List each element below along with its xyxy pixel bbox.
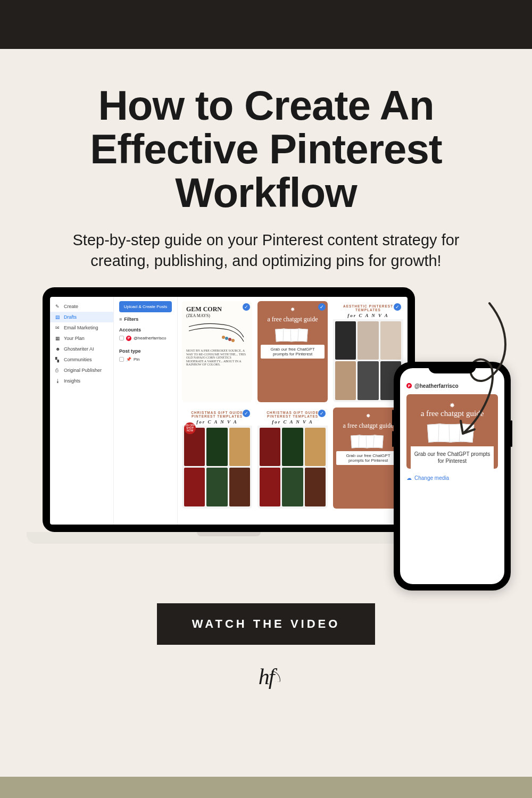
- account-handle: @heatherfarrisco: [414, 383, 459, 389]
- draft-card[interactable]: ✓ GEM CORN (ZEA MAYS) MOST BY A PRE-CHER…: [182, 301, 252, 402]
- app-sidebar: ✎ Create ▤ Drafts ✉ Email Marketing ▦: [50, 297, 114, 525]
- sidebar-label: Insights: [64, 378, 80, 384]
- drafts-grid: ✓ GEM CORN (ZEA MAYS) MOST BY A PRE-CHER…: [178, 297, 408, 525]
- phone-card-title: a free chatgpt guide: [411, 409, 494, 418]
- card-sub: Grab our free ChatGPT prompts for Pinter…: [261, 345, 325, 359]
- sidebar-item-communities[interactable]: ▚ Communities: [50, 354, 113, 365]
- calendar-icon: ▦: [55, 336, 61, 341]
- papers-graphic: [278, 329, 307, 342]
- papers-graphic: [353, 435, 383, 448]
- pinterest-icon: P: [406, 383, 412, 388]
- sidebar-item-email[interactable]: ✉ Email Marketing: [50, 322, 113, 333]
- draft-card[interactable]: ✓ CHRISTMAS GIFT GUIDE PINTEREST TEMPLAT…: [257, 408, 328, 509]
- posttype-value: Pin: [134, 357, 140, 362]
- pinterest-icon: P: [126, 336, 131, 341]
- laptop-mockup: ✎ Create ▤ Drafts ✉ Email Marketing ▦: [43, 287, 415, 544]
- filters-panel: Upload & Create Posts ≡Filters Accounts …: [114, 297, 178, 525]
- laptop-screen: ✎ Create ▤ Drafts ✉ Email Marketing ▦: [50, 297, 408, 525]
- draft-card[interactable]: ✓ ✸ a free chatgpt guide Grab our free C…: [257, 301, 328, 402]
- phone-mockup: P @heatherfarrisco ✸ a free chatgpt guid…: [394, 362, 511, 591]
- card-title: a free chatgpt guide: [343, 422, 394, 430]
- sidebar-item-ghostwriter[interactable]: ☻ Ghostwriter AI: [50, 344, 113, 354]
- phone-card-sub: Grab our free ChatGPT prompts for Pinter…: [411, 446, 494, 469]
- draft-card[interactable]: ✓ AESTHETIC PINTEREST TEMPLATES for C A …: [333, 301, 403, 402]
- sidebar-label: Your Plan: [64, 336, 85, 341]
- check-icon: ✓: [394, 303, 401, 311]
- laptop-base: [27, 532, 431, 544]
- cta-container: WATCH THE VIDEO: [32, 603, 500, 645]
- phone-power-button: [511, 420, 512, 447]
- card-subtitle: (ZEA MAYS): [186, 313, 248, 318]
- corn-sketch-icon: [186, 321, 245, 348]
- sidebar-item-publisher[interactable]: ⎙ Original Publisher: [50, 365, 113, 376]
- laptop-bezel: ✎ Create ▤ Drafts ✉ Email Marketing ▦: [43, 287, 415, 532]
- posttype-filter-row[interactable]: 📌 Pin: [119, 357, 172, 362]
- main-content: How to Create An Effective Pinterest Wor…: [0, 49, 532, 689]
- laptop-notch: [197, 532, 261, 536]
- card-title: GEM CORN: [186, 305, 248, 313]
- papers-graphic: [411, 424, 494, 442]
- bottom-bar: [0, 777, 532, 798]
- check-icon: ✓: [243, 410, 250, 417]
- card-strip: CHRISTMAS GIFT GUIDE PINTEREST TEMPLATES…: [257, 408, 328, 426]
- svg-point-2: [228, 338, 231, 341]
- card-title: a free chatgpt guide: [268, 315, 318, 323]
- card-strip: AESTHETIC PINTEREST TEMPLATES for C A N …: [333, 301, 403, 319]
- mail-icon: ✉: [55, 325, 61, 330]
- thumbnail-grid: [257, 426, 328, 509]
- upload-create-button[interactable]: Upload & Create Posts: [119, 301, 172, 312]
- ghost-icon: ☻: [55, 346, 61, 352]
- thumbnail-grid: [182, 426, 252, 509]
- account-handle: @heatherfarrisco: [134, 336, 166, 340]
- sidebar-item-insights[interactable]: ⭳ Insights: [50, 376, 113, 386]
- cloud-icon: ☁: [406, 475, 412, 481]
- phone-account-row[interactable]: P @heatherfarrisco: [406, 383, 498, 389]
- people-icon: ▚: [55, 357, 61, 362]
- change-media-link[interactable]: ☁ Change media: [406, 475, 498, 481]
- phone-screen: P @heatherfarrisco ✸ a free chatgpt guid…: [400, 368, 504, 584]
- thumbnail-grid: [333, 319, 403, 402]
- phone-volume-button: [392, 410, 394, 426]
- sidebar-label: Ghostwriter AI: [64, 346, 94, 352]
- top-bar: [0, 0, 532, 49]
- sidebar-item-plan[interactable]: ▦ Your Plan: [50, 333, 113, 344]
- draft-card[interactable]: ✓ CHRISTMAS GIFT GUIDE PINTEREST TEMPLAT…: [182, 408, 252, 509]
- svg-point-1: [225, 337, 228, 340]
- filter-icon: ≡: [119, 317, 122, 322]
- check-icon: ✓: [243, 303, 250, 311]
- chart-icon: ⭳: [55, 378, 61, 384]
- publisher-icon: ⎙: [55, 368, 61, 373]
- sidebar-label: Original Publisher: [64, 368, 102, 373]
- check-icon: ✓: [318, 410, 326, 417]
- card-sub: Grab our free ChatGPT prompts for Pinter…: [336, 451, 400, 465]
- account-filter-row[interactable]: P @heatherfarrisco: [119, 336, 172, 341]
- svg-point-0: [222, 336, 225, 339]
- device-mockups: ✎ Create ▤ Drafts ✉ Email Marketing ▦: [43, 287, 489, 585]
- checkbox-icon[interactable]: [119, 336, 124, 340]
- svg-point-3: [231, 339, 235, 342]
- filters-heading: ≡Filters: [119, 317, 172, 322]
- sidebar-item-create[interactable]: ✎ Create: [50, 301, 113, 312]
- logo-container: hf: [32, 664, 500, 689]
- watch-video-button[interactable]: WATCH THE VIDEO: [157, 603, 376, 645]
- page-title: How to Create An Effective Pinterest Wor…: [32, 84, 500, 215]
- accounts-heading: Accounts: [119, 327, 172, 332]
- phone-volume-button: [392, 431, 394, 447]
- posttype-heading: Post type: [119, 348, 172, 354]
- brand-logo: hf: [259, 664, 274, 689]
- page-subtitle: Step-by-step guide on your Pinterest con…: [48, 230, 484, 271]
- sidebar-label: Create: [64, 304, 78, 309]
- sale-badge: 5% OFF SHOP NOW: [184, 422, 196, 434]
- card-body: MOST BY A PRE-CHEROKEE SOURCE, A WAY TO …: [186, 349, 248, 367]
- pin-icon: 📌: [126, 357, 131, 362]
- sidebar-label: Drafts: [64, 314, 77, 320]
- sidebar-item-drafts[interactable]: ▤ Drafts: [50, 312, 113, 322]
- sidebar-label: Communities: [64, 357, 92, 362]
- phone-pin-card[interactable]: ✸ a free chatgpt guide Grab our free Cha…: [406, 394, 498, 469]
- sidebar-label: Email Marketing: [64, 325, 98, 330]
- check-icon: ✓: [318, 303, 326, 311]
- checkbox-icon[interactable]: [119, 357, 124, 362]
- pencil-icon: ✎: [55, 304, 61, 309]
- drafts-icon: ▤: [55, 314, 61, 320]
